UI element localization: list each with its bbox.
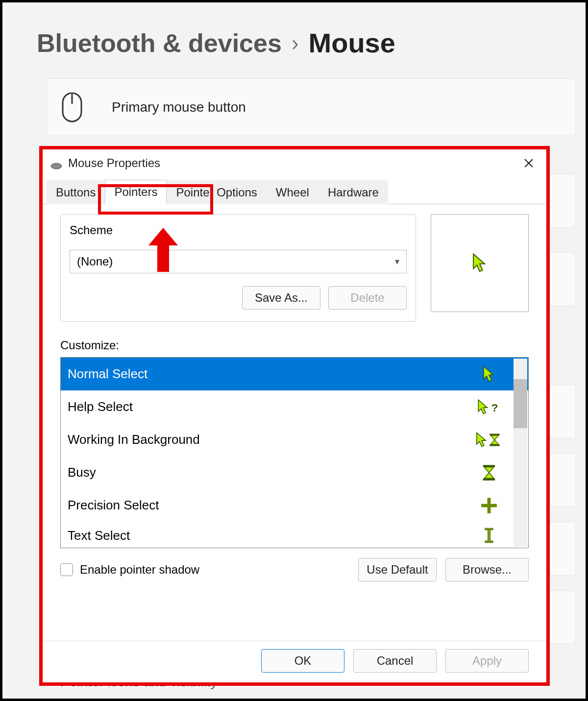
enable-pointer-shadow-label: Enable pointer shadow [80, 563, 199, 577]
breadcrumb: Bluetooth & devices › Mouse [2, 2, 586, 78]
chevron-right-icon: › [292, 31, 299, 55]
tab-pointers[interactable]: Pointers [105, 180, 167, 204]
arrow-help-cursor-icon: ? [474, 399, 504, 415]
save-as-button[interactable]: Save As... [242, 286, 320, 310]
item-label: Help Select [68, 399, 133, 414]
item-label: Busy [68, 465, 96, 480]
list-item-working-background[interactable]: Working In Background [61, 423, 528, 456]
primary-mouse-button-card[interactable]: Primary mouse button [47, 78, 576, 136]
list-item-normal-select[interactable]: Normal Select [61, 358, 528, 390]
breadcrumb-parent[interactable]: Bluetooth & devices [37, 28, 282, 58]
scrollbar-thumb[interactable] [514, 379, 527, 428]
tab-wheel[interactable]: Wheel [267, 180, 318, 204]
delete-button: Delete [328, 286, 407, 310]
cursor-list: Normal Select Help Select ? Working In B… [60, 357, 529, 548]
tab-hardware[interactable]: Hardware [318, 180, 388, 204]
list-item-busy[interactable]: Busy [61, 456, 528, 489]
browse-button[interactable]: Browse... [445, 558, 529, 581]
customize-label: Customize: [60, 338, 529, 352]
tab-buttons[interactable]: Buttons [47, 180, 105, 204]
scheme-value: (None) [77, 255, 113, 268]
breadcrumb-current: Mouse [309, 27, 395, 59]
arrow-hourglass-cursor-icon [474, 432, 504, 448]
item-label: Precision Select [68, 498, 159, 513]
cancel-button[interactable]: Cancel [353, 649, 437, 673]
list-item-precision-select[interactable]: Precision Select [61, 489, 528, 522]
item-label: Normal Select [68, 366, 147, 382]
dialog-title: Mouse Properties [68, 156, 160, 170]
scheme-select[interactable]: (None) ▾ [70, 250, 407, 273]
list-item-help-select[interactable]: Help Select ? [61, 390, 528, 423]
chevron-down-icon: ▾ [395, 256, 399, 267]
svg-rect-11 [481, 504, 497, 507]
arrow-cursor-icon [472, 253, 488, 273]
mouse-properties-dialog: Mouse Properties Buttons Pointers Pointe… [43, 149, 546, 682]
hourglass-cursor-icon [474, 464, 504, 481]
item-label: Working In Background [68, 432, 200, 447]
arrow-cursor-icon [474, 366, 504, 383]
use-default-button[interactable]: Use Default [358, 558, 437, 581]
mouse-icon [62, 91, 82, 124]
svg-text:?: ? [491, 401, 498, 414]
tab-pointer-options[interactable]: Pointer Options [167, 180, 266, 204]
close-button[interactable] [519, 153, 539, 173]
dialog-content: Scheme (None) ▾ Save As... Delete Custom… [43, 204, 546, 641]
svg-point-2 [51, 163, 62, 169]
scheme-group: Scheme (None) ▾ Save As... Delete [60, 214, 416, 322]
cursor-preview-box [431, 214, 529, 312]
ibeam-cursor-icon [474, 527, 504, 544]
titlebar: Mouse Properties [43, 149, 546, 177]
enable-pointer-shadow-checkbox[interactable] [60, 563, 73, 576]
apply-button: Apply [445, 649, 529, 673]
scheme-legend: Scheme [70, 223, 113, 237]
crosshair-cursor-icon [474, 497, 504, 514]
dialog-footer: OK Cancel Apply [43, 641, 546, 682]
tab-strip: Buttons Pointers Pointer Options Wheel H… [43, 177, 546, 204]
list-item-text-select[interactable]: Text Select [61, 522, 528, 548]
mouse-titlebar-icon [50, 159, 62, 167]
item-label: Text Select [68, 528, 130, 543]
ok-button[interactable]: OK [261, 649, 344, 673]
card-label: Primary mouse button [112, 99, 246, 115]
